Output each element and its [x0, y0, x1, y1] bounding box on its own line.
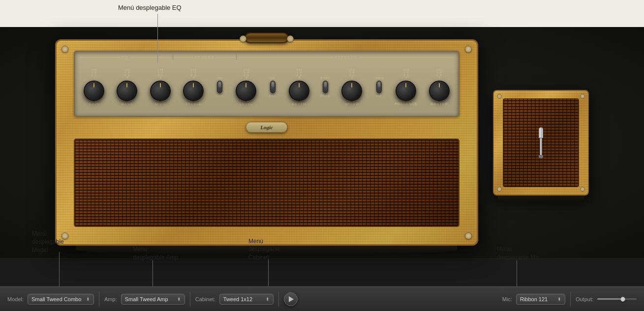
presence-label: PRESENCE — [395, 102, 418, 106]
reverb-switch[interactable] — [217, 81, 222, 93]
corner-screw-tl — [61, 46, 68, 53]
model-label: Model: — [7, 296, 24, 302]
effects-switch[interactable] — [270, 81, 276, 93]
bar-divider-3 — [278, 292, 279, 307]
section-headers: EQ REVERB — [80, 54, 454, 60]
depth-knob-group[interactable]: 2 4 61 80 9 0 DEPTH — [284, 69, 314, 106]
output-slider[interactable] — [597, 298, 637, 300]
gain-knob[interactable] — [84, 81, 104, 101]
control-panel: EQ REVERB — [74, 51, 460, 117]
amp-select[interactable]: Small Tweed Amp ⬍ — [121, 294, 185, 305]
reverb-section-header: REVERB — [175, 56, 234, 59]
bar-divider-1 — [99, 292, 99, 307]
amp-callout-text: Menú desplegable Amp — [133, 245, 178, 262]
output-slider-thumb[interactable] — [620, 297, 625, 302]
cabinet-body — [493, 90, 589, 196]
sync-switch-group[interactable]: SYNC FREE — [317, 77, 334, 97]
amp-display: EQ REVERB — [0, 27, 644, 258]
mic-body — [540, 138, 542, 155]
cabinet-arrow-icon: ⬍ — [266, 297, 270, 302]
model-callout-text: Menú desplegable Model — [32, 230, 64, 254]
cabinet-reflection — [498, 196, 584, 202]
logic-text: Logic — [260, 124, 273, 130]
speed-label: SPEED — [345, 102, 359, 106]
amp-handle — [245, 32, 289, 43]
mic-callout-text: Menú desplegable Mic — [497, 245, 540, 262]
sync-switch[interactable] — [323, 81, 328, 93]
main-amp: EQ REVERB — [55, 39, 478, 246]
eq-annotation-text: Menú desplegable EQ — [118, 4, 182, 11]
bar-divider-2 — [190, 292, 190, 307]
mids-knob-group[interactable]: 2 4 61 80 9 0 MIDS — [145, 69, 176, 106]
bass-label: BASS — [122, 102, 133, 106]
eq-section-label: EQ — [122, 56, 128, 59]
play-button[interactable] — [284, 292, 298, 306]
presence-knob-group[interactable]: 2 4 61 80 9 0 PRESENCE — [391, 69, 421, 106]
speaker-grille — [74, 139, 460, 227]
model-annotation-line3: Model — [32, 247, 48, 254]
treble-knob[interactable] — [183, 81, 204, 101]
amp-callout-line — [153, 259, 153, 286]
mids-label: MIDS — [155, 102, 166, 106]
app-container: Menú desplegable EQ — [0, 0, 644, 311]
master-knob-group[interactable]: 2 4 61 80 9 0 MASTER — [424, 69, 455, 106]
handle-bracket-left — [240, 35, 246, 42]
eq-annotation: Menú desplegable EQ — [118, 4, 182, 11]
corner-screw-br — [465, 232, 472, 239]
bottom-bar: Model: Small Tweed Combo ⬍ Amp: Small Tw… — [0, 286, 644, 311]
output-slider-wrapper[interactable] — [597, 298, 637, 300]
model-select[interactable]: Small Tweed Combo ⬍ — [28, 294, 94, 305]
depth-label: DEPTH — [292, 102, 306, 106]
level-knob-group[interactable]: 2 4 61 80 9 0 LEVEL — [231, 69, 261, 106]
model-annotation-line2: desplegable — [32, 238, 64, 245]
amp-label: Amp: — [104, 296, 117, 302]
handle-bracket-right — [287, 35, 294, 42]
microphone — [539, 127, 544, 158]
depth-knob[interactable] — [289, 81, 309, 101]
bass-knob[interactable] — [117, 81, 137, 101]
amp-cabinet — [493, 90, 589, 196]
mic-arrow-icon: ⬍ — [557, 297, 561, 302]
bass-knob-group[interactable]: 2 4 61 80 9 0 BASS — [112, 69, 142, 106]
speed-knob[interactable] — [341, 81, 362, 101]
model-annotation-line1: Menú — [32, 230, 47, 237]
output-label: Output: — [576, 296, 593, 302]
master-knob[interactable] — [429, 81, 450, 101]
gain-label: GAIN — [89, 102, 99, 106]
reverb-section-label: REVERB — [195, 56, 215, 59]
model-callout-line — [59, 252, 60, 286]
effects-switch-group[interactable]: ON OFF — [264, 77, 281, 97]
eq-annotation-line — [157, 14, 158, 63]
mic-select[interactable]: Ribbon 121 ⬍ — [516, 294, 565, 305]
effects-section-header: EFFECTS — [239, 56, 454, 59]
cabinet-callout-text: Menú desplegable Cabinet — [248, 237, 280, 262]
mic-base — [539, 155, 543, 158]
effects-section-label: EFFECTS — [335, 56, 358, 59]
cabinet-callout-line — [268, 259, 269, 286]
amp-body: EQ REVERB — [55, 39, 478, 246]
logic-badge: Logic — [246, 122, 288, 133]
mids-knob[interactable] — [150, 81, 171, 101]
level-knob[interactable] — [236, 81, 256, 101]
level-label: LEVEL — [240, 102, 253, 106]
mic-value: Ribbon 121 — [520, 296, 555, 302]
treble-knob-group[interactable]: 2 4 61 80 9 0 TREBLE — [178, 69, 209, 106]
trem-vib-switch-group[interactable]: TREM VIB — [369, 77, 388, 97]
model-arrow-icon: ⬍ — [86, 297, 90, 302]
cabinet-label: Cabinet: — [195, 296, 215, 302]
speed-knob-group[interactable]: 2 4 61 80 9 0 SPEED — [337, 69, 367, 106]
mic-label: Mic: — [502, 296, 512, 302]
master-label: MASTER — [430, 102, 448, 106]
bar-divider-4 — [570, 292, 571, 307]
cabinet-select[interactable]: Tweed 1x12 ⬍ — [219, 294, 274, 305]
corner-screw-tr — [465, 46, 472, 53]
presence-knob[interactable] — [396, 81, 416, 101]
trem-vib-switch[interactable] — [376, 81, 382, 93]
reverb-switch-group[interactable]: ON OFF — [211, 77, 228, 97]
play-icon — [289, 296, 294, 302]
cabinet-value: Tweed 1x12 — [223, 296, 264, 302]
mic-callout-line — [517, 259, 517, 286]
amp-value: Small Tweed Amp — [125, 296, 175, 302]
gain-knob-group[interactable]: 2 4 61 80 9 0 GAIN — [79, 69, 109, 106]
amp-arrow-icon: ⬍ — [177, 297, 181, 302]
